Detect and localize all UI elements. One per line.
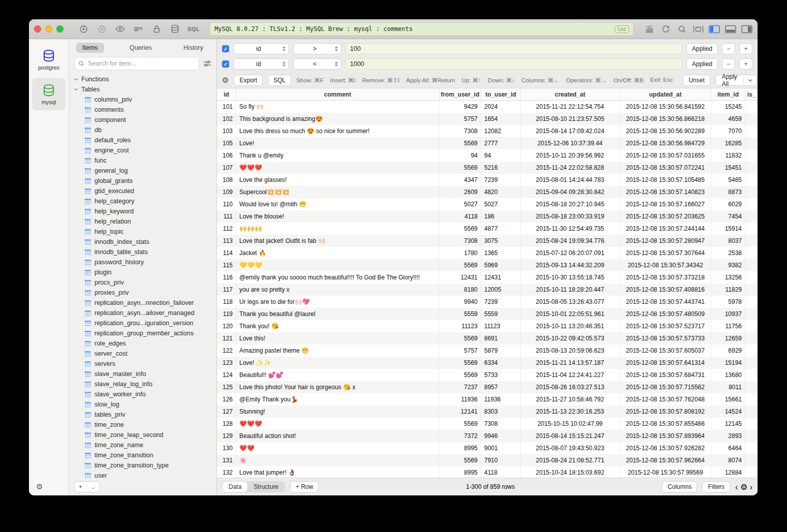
cell-item_id[interactable]: 15914	[711, 223, 745, 235]
lock-icon[interactable]	[151, 24, 162, 34]
cell-created_at[interactable]: 2015-08-10 21:23:57.505	[521, 113, 620, 125]
cell-is_[interactable]	[745, 149, 758, 162]
sidebar-item-table[interactable]: help_relation	[69, 216, 216, 227]
cell-updated_at[interactable]: 2015-12-08 15:30:57.031655	[620, 149, 711, 162]
filter-sliders-icon[interactable]	[203, 60, 211, 67]
cell-item_id[interactable]: 8873	[711, 186, 745, 198]
cell-updated_at[interactable]: 2015-12-08 15:30:57.203625	[620, 210, 711, 223]
cell-updated_at[interactable]: 2015-12-08 15:30:57.641314	[620, 357, 711, 369]
cell-from_user_id[interactable]: 4347	[439, 174, 481, 186]
cell-item_id[interactable]: 2538	[711, 247, 745, 259]
cell-updated_at[interactable]: 2015-12-08 15:30:57.573733	[620, 332, 711, 345]
cell-comment[interactable]: Amazing pastel theme 😬	[236, 345, 439, 357]
cell-item_id[interactable]: 16285	[711, 137, 745, 149]
cell-id[interactable]: 116	[217, 271, 236, 284]
cell-id[interactable]: 126	[217, 393, 236, 405]
cell-is_[interactable]	[745, 284, 758, 296]
cell-created_at[interactable]: 2015-11-27 10:58:46.792	[521, 393, 620, 405]
cell-from_user_id[interactable]: 8180	[439, 284, 481, 296]
sidebar-item-table[interactable]: replication_grou...iguration_version	[69, 318, 216, 328]
tab-history[interactable]: History	[177, 43, 209, 53]
cell-updated_at[interactable]: 2015-12-08 15:30:57.408816	[620, 284, 711, 296]
filter-applied-button[interactable]: Applied	[686, 58, 718, 70]
cell-updated_at[interactable]: 2015-12-08 15:30:57.280947	[620, 235, 711, 247]
cell-comment[interactable]: Jacket 🔥	[236, 247, 439, 259]
sidebar-item-table[interactable]: time_zone_name	[69, 440, 216, 450]
cell-id[interactable]: 115	[217, 259, 236, 271]
cell-to_user_id[interactable]: 9001	[481, 442, 521, 454]
cell-id[interactable]: 107	[217, 162, 236, 174]
center-layout-icon[interactable]	[692, 24, 704, 34]
cell-to_user_id[interactable]: 4820	[481, 186, 521, 198]
sidebar-item-table[interactable]: slave_worker_info	[69, 389, 216, 399]
cell-is_[interactable]	[745, 381, 758, 393]
cell-created_at[interactable]: 2015-08-07 19:43:50.923	[521, 442, 620, 454]
column-header-id[interactable]: id	[217, 88, 236, 100]
cell-id[interactable]: 105	[217, 137, 236, 149]
sidebar-item-table[interactable]: func	[69, 155, 216, 166]
cell-created_at[interactable]: 2015-08-18 23:00:33.919	[521, 210, 620, 223]
cell-id[interactable]: 103	[217, 125, 236, 137]
cell-created_at[interactable]: 2015-10-22 09:42:05.573	[521, 332, 620, 345]
cell-from_user_id[interactable]: 7308	[439, 235, 481, 247]
cell-from_user_id[interactable]: 7372	[439, 430, 481, 442]
cell-to_user_id[interactable]: 7239	[481, 296, 521, 308]
tree-group-tables[interactable]: Tables	[69, 84, 216, 95]
list-export-icon[interactable]	[133, 24, 144, 34]
cell-updated_at[interactable]: 2015-12-08 15:30:57.893964	[620, 430, 711, 442]
cell-id[interactable]: 130	[217, 442, 236, 454]
cell-to_user_id[interactable]: 5969	[481, 259, 521, 271]
cell-created_at[interactable]: 2015-08-26 16:03:27.513	[521, 381, 620, 393]
sidebar-item-table[interactable]: user	[69, 471, 216, 478]
cell-item_id[interactable]: 9382	[711, 259, 745, 271]
filter-add-button[interactable]: +	[739, 43, 752, 54]
cell-updated_at[interactable]: 2015-12-08 15:30:57.605037	[620, 345, 711, 357]
toggle-bottom-panel-icon[interactable]	[725, 24, 736, 34]
cell-to_user_id[interactable]: 12082	[481, 125, 521, 137]
cell-to_user_id[interactable]: 12005	[481, 284, 521, 296]
cell-to_user_id[interactable]: 9946	[481, 430, 521, 442]
cell-is_[interactable]	[745, 405, 758, 418]
cell-updated_at[interactable]: 2015-12-08 15:30:57.808192	[620, 405, 711, 418]
sidebar-item-table[interactable]: proxies_priv	[69, 288, 216, 298]
cell-is_[interactable]	[745, 430, 758, 442]
cell-updated_at[interactable]: 2015-12-08 15:30:56.841592	[620, 101, 711, 113]
cell-is_[interactable]	[745, 125, 758, 137]
cell-item_id[interactable]: 7454	[711, 210, 745, 223]
sidebar-item-table[interactable]: global_grants	[69, 176, 216, 186]
cell-comment[interactable]: Would love to! @mith 😁	[236, 198, 439, 210]
unset-button[interactable]: Unset	[683, 75, 710, 86]
cell-is_[interactable]	[745, 210, 758, 223]
cell-comment[interactable]: Love the glasses!	[236, 174, 439, 186]
item-search-box[interactable]	[74, 57, 199, 70]
cell-created_at[interactable]: 2015-10-01 22:05:51.961	[521, 308, 620, 320]
cell-id[interactable]: 102	[217, 113, 236, 125]
cell-comment[interactable]: Stunning!	[236, 405, 439, 418]
cell-from_user_id[interactable]: 5757	[439, 345, 481, 357]
cell-updated_at[interactable]: 2015-12-08 15:30:57.762048	[620, 393, 711, 405]
zoom-window-button[interactable]	[56, 25, 64, 33]
cell-comment[interactable]: Thank you! 😘	[236, 320, 439, 332]
cell-id[interactable]: 127	[217, 405, 236, 418]
toggle-left-panel-icon[interactable]	[709, 24, 720, 34]
cell-created_at[interactable]: 2015-08-01 14:24:44.783	[521, 174, 620, 186]
cell-is_[interactable]	[745, 308, 758, 320]
cell-updated_at[interactable]: 2015-12-08 15:30:57.244144	[620, 223, 711, 235]
cell-updated_at[interactable]: 2015-12-08 15:30:57.307644	[620, 247, 711, 259]
cell-from_user_id[interactable]: 7237	[439, 381, 481, 393]
sidebar-item-table[interactable]: innodb_index_stats	[69, 237, 216, 247]
tab-items[interactable]: Items	[76, 43, 104, 53]
filter-value-input[interactable]	[345, 58, 682, 70]
cell-item_id[interactable]: 12884	[711, 466, 745, 478]
column-header-from_user_id[interactable]: from_user_id	[439, 88, 481, 100]
cell-updated_at[interactable]: 2015-12-08 15:30:57.99569	[620, 466, 711, 478]
tree-group-functions[interactable]: Functions	[69, 74, 216, 84]
cell-comment[interactable]: ❤️❤️	[236, 442, 439, 454]
cell-is_[interactable]	[745, 247, 758, 259]
cell-comment[interactable]: This background is amazing😍	[236, 113, 439, 125]
cell-item_id[interactable]: 8037	[711, 235, 745, 247]
cell-id[interactable]: 122	[217, 345, 236, 357]
cell-from_user_id[interactable]: 94	[439, 149, 481, 162]
cell-id[interactable]: 111	[217, 210, 236, 223]
chevron-down-icon[interactable]	[744, 79, 757, 82]
